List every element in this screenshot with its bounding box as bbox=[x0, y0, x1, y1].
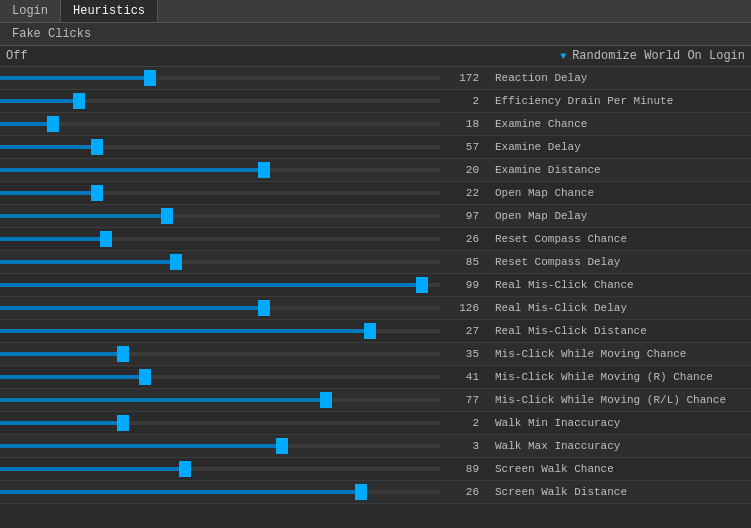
slider-thumb[interactable] bbox=[276, 438, 288, 454]
row-label: Mis-Click While Moving Chance bbox=[485, 348, 686, 360]
tabs-bar: Login Heuristics Fake Clicks bbox=[0, 0, 751, 46]
table-row: 126 Real Mis-Click Delay bbox=[0, 297, 751, 320]
slider-thumb[interactable] bbox=[161, 208, 173, 224]
slider-area[interactable]: 20 bbox=[0, 159, 485, 182]
slider-thumb[interactable] bbox=[170, 254, 182, 270]
row-label: Screen Walk Chance bbox=[485, 463, 614, 475]
row-label: Examine Chance bbox=[485, 118, 587, 130]
slider-thumb[interactable] bbox=[91, 185, 103, 201]
slider-area[interactable]: 3 bbox=[0, 435, 485, 458]
slider-thumb[interactable] bbox=[258, 300, 270, 316]
slider-thumb[interactable] bbox=[144, 70, 156, 86]
slider-thumb[interactable] bbox=[100, 231, 112, 247]
header-row: Off ▼ Randomize World On Login bbox=[0, 46, 751, 67]
row-label: Efficiency Drain Per Minute bbox=[485, 95, 673, 107]
slider-thumb[interactable] bbox=[355, 484, 367, 500]
slider-thumb[interactable] bbox=[258, 162, 270, 178]
slider-fill bbox=[0, 421, 123, 425]
slider-area[interactable]: 57 bbox=[0, 136, 485, 159]
slider-value: 26 bbox=[449, 233, 479, 245]
table-row: 2 Walk Min Inaccuracy bbox=[0, 412, 751, 435]
slider-fill bbox=[0, 306, 264, 310]
row-label: Real Mis-Click Chance bbox=[485, 279, 634, 291]
slider-thumb[interactable] bbox=[117, 346, 129, 362]
slider-fill bbox=[0, 76, 150, 80]
slider-area[interactable]: 27 bbox=[0, 320, 485, 343]
slider-value: 2 bbox=[449, 95, 479, 107]
slider-value: 99 bbox=[449, 279, 479, 291]
table-row: 20 Examine Distance bbox=[0, 159, 751, 182]
slider-value: 57 bbox=[449, 141, 479, 153]
slider-value: 35 bbox=[449, 348, 479, 360]
sliders-container: 172 Reaction Delay 2 Efficiency Drain Pe… bbox=[0, 67, 751, 528]
slider-thumb[interactable] bbox=[416, 277, 428, 293]
slider-fill bbox=[0, 260, 176, 264]
slider-thumb[interactable] bbox=[139, 369, 151, 385]
table-row: 35 Mis-Click While Moving Chance bbox=[0, 343, 751, 366]
slider-area[interactable]: 89 bbox=[0, 458, 485, 481]
table-row: 97 Open Map Delay bbox=[0, 205, 751, 228]
slider-area[interactable]: 18 bbox=[0, 113, 485, 136]
slider-thumb[interactable] bbox=[47, 116, 59, 132]
row-label: Mis-Click While Moving (R) Chance bbox=[485, 371, 713, 383]
slider-value: 18 bbox=[449, 118, 479, 130]
tab-heuristics[interactable]: Heuristics bbox=[61, 0, 158, 22]
row-label: Open Map Delay bbox=[485, 210, 587, 222]
table-row: 172 Reaction Delay bbox=[0, 67, 751, 90]
slider-area[interactable]: 97 bbox=[0, 205, 485, 228]
subtab-fake-clicks[interactable]: Fake Clicks bbox=[12, 27, 91, 41]
slider-fill bbox=[0, 122, 53, 126]
slider-thumb[interactable] bbox=[73, 93, 85, 109]
slider-value: 41 bbox=[449, 371, 479, 383]
slider-value: 126 bbox=[449, 302, 479, 314]
table-row: 57 Examine Delay bbox=[0, 136, 751, 159]
slider-area[interactable]: 85 bbox=[0, 251, 485, 274]
slider-fill bbox=[0, 168, 264, 172]
slider-fill bbox=[0, 467, 185, 471]
table-row: 99 Real Mis-Click Chance bbox=[0, 274, 751, 297]
row-label: Examine Distance bbox=[485, 164, 601, 176]
slider-value: 20 bbox=[449, 164, 479, 176]
slider-area[interactable]: 22 bbox=[0, 182, 485, 205]
slider-thumb[interactable] bbox=[364, 323, 376, 339]
slider-area[interactable]: 99 bbox=[0, 274, 485, 297]
slider-value: 85 bbox=[449, 256, 479, 268]
row-label: Reaction Delay bbox=[485, 72, 587, 84]
row-label: Open Map Chance bbox=[485, 187, 594, 199]
row-label: Reset Compass Delay bbox=[485, 256, 620, 268]
slider-area[interactable]: 26 bbox=[0, 228, 485, 251]
slider-thumb[interactable] bbox=[320, 392, 332, 408]
slider-thumb[interactable] bbox=[117, 415, 129, 431]
slider-value: 3 bbox=[449, 440, 479, 452]
slider-area[interactable]: 126 bbox=[0, 297, 485, 320]
randomize-label: Randomize World On Login bbox=[572, 49, 745, 63]
table-row: 26 Screen Walk Distance bbox=[0, 481, 751, 504]
row-label: Reset Compass Chance bbox=[485, 233, 627, 245]
slider-value: 26 bbox=[449, 486, 479, 498]
table-row: 41 Mis-Click While Moving (R) Chance bbox=[0, 366, 751, 389]
row-label: Examine Delay bbox=[485, 141, 581, 153]
slider-area[interactable]: 41 bbox=[0, 366, 485, 389]
slider-value: 77 bbox=[449, 394, 479, 406]
off-label: Off bbox=[6, 49, 28, 63]
slider-fill bbox=[0, 444, 282, 448]
table-row: 89 Screen Walk Chance bbox=[0, 458, 751, 481]
slider-area[interactable]: 2 bbox=[0, 412, 485, 435]
row-label: Real Mis-Click Distance bbox=[485, 325, 647, 337]
slider-area[interactable]: 26 bbox=[0, 481, 485, 504]
slider-area[interactable]: 172 bbox=[0, 67, 485, 90]
slider-fill bbox=[0, 283, 422, 287]
slider-thumb[interactable] bbox=[179, 461, 191, 477]
slider-area[interactable]: 2 bbox=[0, 90, 485, 113]
slider-thumb[interactable] bbox=[91, 139, 103, 155]
tab-login[interactable]: Login bbox=[0, 0, 61, 22]
slider-area[interactable]: 77 bbox=[0, 389, 485, 412]
slider-fill bbox=[0, 329, 370, 333]
slider-value: 2 bbox=[449, 417, 479, 429]
slider-value: 89 bbox=[449, 463, 479, 475]
slider-area[interactable]: 35 bbox=[0, 343, 485, 366]
slider-fill bbox=[0, 352, 123, 356]
slider-fill bbox=[0, 398, 326, 402]
dropdown-arrow-icon[interactable]: ▼ bbox=[560, 51, 566, 62]
row-label: Walk Min Inaccuracy bbox=[485, 417, 620, 429]
